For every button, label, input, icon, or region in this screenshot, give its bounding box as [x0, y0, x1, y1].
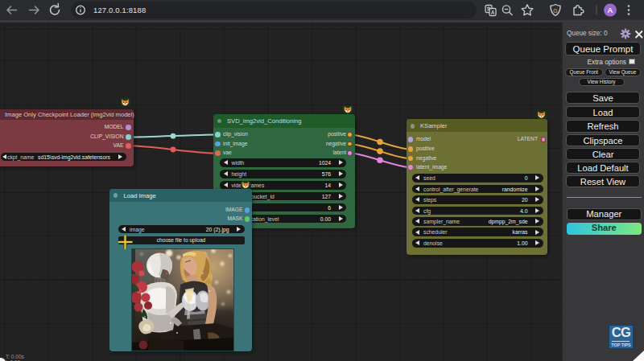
- svg-text:A: A: [608, 6, 613, 14]
- svg-text:G: G: [553, 8, 557, 14]
